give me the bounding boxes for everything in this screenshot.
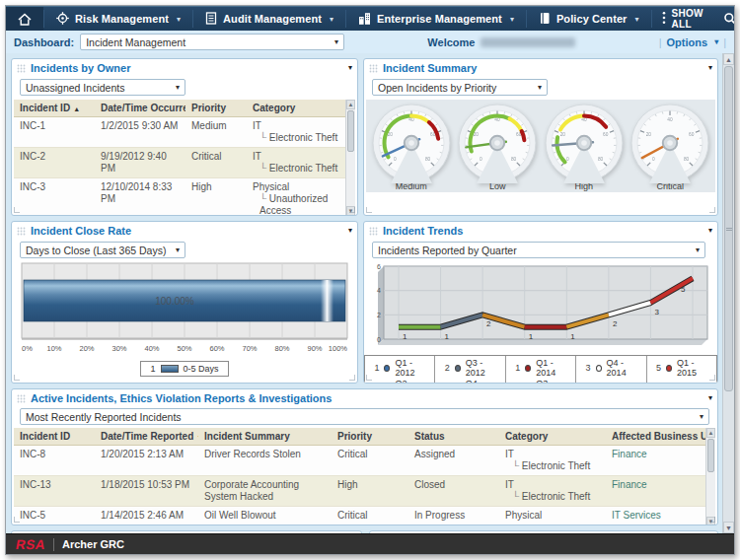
trends-chart: 024611211235 <box>364 262 717 353</box>
divider <box>53 538 54 551</box>
column-header[interactable]: Incident Summary <box>198 428 332 446</box>
legend-entry: 3Q4 - 2014 <box>584 358 637 378</box>
gauge-low: 020406080Low <box>455 103 540 191</box>
svg-text:0%: 0% <box>22 344 33 353</box>
column-header[interactable]: Date/Time Occurred <box>95 100 185 117</box>
svg-text:80: 80 <box>598 157 604 162</box>
rsa-logo: RSA <box>15 537 47 552</box>
active-incidents-filter[interactable]: Most Recently Reported Incidents▾ <box>20 408 709 425</box>
resize-handle[interactable] <box>709 207 715 213</box>
legend-dot <box>525 365 531 372</box>
scroll-up-icon[interactable]: ▲ <box>706 428 715 438</box>
nav-policy-center[interactable]: Policy Center▾ <box>527 7 651 31</box>
close-rate-filter[interactable]: Days to Close (Last 365 Days)▾ <box>20 242 185 258</box>
scroll-thumb[interactable] <box>347 110 354 152</box>
svg-text:2: 2 <box>486 319 491 328</box>
panel-investigations-by-owner: Investigations by Owner ▾ <box>11 530 362 533</box>
scroll-thumb[interactable] <box>707 439 714 472</box>
filter-value: Incidents Reported by Quarter <box>378 245 517 256</box>
building-icon <box>358 12 371 27</box>
resize-handle[interactable] <box>366 375 372 381</box>
show-all-button[interactable]: SHOW ALL <box>652 7 713 31</box>
collapse-icon[interactable]: ▾ <box>348 227 352 235</box>
table-scrollbar[interactable]: ▲▼ <box>345 100 355 216</box>
chevron-down-icon: ▾ <box>635 15 639 24</box>
target-icon <box>56 12 69 27</box>
drag-handle-icon[interactable] <box>17 59 26 77</box>
collapse-icon[interactable]: ▾ <box>708 64 712 72</box>
column-header[interactable]: Affected Business Unit <box>606 428 705 446</box>
collapse-icon[interactable]: ▾ <box>348 64 352 72</box>
filter-value: Most Recently Reported Incidents <box>26 411 182 423</box>
svg-text:40: 40 <box>408 117 414 122</box>
svg-text:1: 1 <box>570 332 575 341</box>
trends-filter[interactable]: Incidents Reported by Quarter▾ <box>372 242 705 258</box>
incident-summary-filter[interactable]: Open Incidents by Priority▾ <box>372 79 548 96</box>
options-menu[interactable]: | Options ▾ | <box>659 36 726 48</box>
column-header[interactable]: Status <box>408 428 499 446</box>
drag-handle-icon[interactable] <box>17 389 26 407</box>
resize-handle[interactable] <box>709 375 715 381</box>
panel-incident-trends: Incident Trends ▾ Incidents Reported by … <box>363 221 718 384</box>
column-header[interactable]: Priority <box>332 428 408 446</box>
panel-title: Incidents by Owner <box>31 62 130 74</box>
resize-handle[interactable] <box>14 375 20 381</box>
svg-text:0: 0 <box>566 157 569 162</box>
column-header[interactable]: Priority <box>185 100 247 117</box>
resize-handle[interactable] <box>14 207 20 213</box>
column-header[interactable]: Date/Time Reported▼ <box>95 428 198 446</box>
drag-handle-icon[interactable] <box>375 531 384 533</box>
svg-text:2: 2 <box>613 319 618 328</box>
svg-text:60: 60 <box>603 132 609 137</box>
nav-risk-management[interactable]: Risk Management▾ <box>44 7 192 31</box>
table-row[interactable]: INC-51/14/2015 2:46 AMOil Well BlowoutCr… <box>14 507 705 525</box>
svg-text:40: 40 <box>581 117 587 122</box>
resize-handle[interactable] <box>349 375 355 381</box>
home-button[interactable] <box>6 7 43 31</box>
nav-enterprise-management[interactable]: Enterprise Management▾ <box>346 7 526 31</box>
welcome-text: Welcome <box>427 36 475 48</box>
table-row[interactable]: INC-81/20/2015 2:13 AMDriver Records Sto… <box>14 446 705 476</box>
page-scrollbar[interactable]: ▲ ▼ <box>722 53 734 533</box>
search-icon[interactable] <box>713 7 735 31</box>
dashboard-select[interactable]: Incident Management ▾ <box>80 34 344 50</box>
drag-handle-icon[interactable] <box>17 531 26 533</box>
filter-value: Days to Close (Last 365 Days) <box>26 245 166 256</box>
column-header[interactable]: Incident ID <box>14 428 95 446</box>
scroll-up-icon[interactable]: ▲ <box>723 53 734 65</box>
chart-legend: 1Q1 - 20121Q2 - 20122Q3 - 20121Q4 - 2012… <box>364 355 717 384</box>
dashboard-bar: Dashboard: Incident Management ▾ Welcome… <box>6 31 734 53</box>
column-header[interactable]: Category <box>499 428 606 446</box>
drag-handle-icon[interactable] <box>369 222 378 240</box>
drag-handle-icon[interactable] <box>17 222 26 240</box>
drag-handle-icon[interactable] <box>369 59 378 77</box>
dashboard-label: Dashboard: <box>14 36 74 48</box>
column-header[interactable]: Category <box>247 100 345 117</box>
scroll-up-icon[interactable]: ▲ <box>346 100 355 109</box>
table-row[interactable]: INC-131/18/2015 10:53 PMCorporate Accoun… <box>14 476 705 507</box>
svg-text:0: 0 <box>652 157 655 162</box>
collapse-icon[interactable]: ▾ <box>708 227 712 235</box>
incidents-by-owner-filter[interactable]: Unassigned Incidents▾ <box>20 79 185 96</box>
svg-text:3: 3 <box>654 308 659 316</box>
resize-handle[interactable] <box>349 207 355 213</box>
collapse-icon[interactable]: ▾ <box>708 394 712 402</box>
scroll-grip-icon <box>726 228 732 231</box>
scroll-thumb[interactable] <box>724 66 733 391</box>
show-all-icon <box>662 11 666 27</box>
close-rate-legend: 10-5 Days <box>12 361 357 377</box>
resize-handle[interactable] <box>709 517 715 523</box>
svg-text:0: 0 <box>394 157 397 162</box>
table-row[interactable]: INC-29/19/2012 9:40 PMCriticalIT└ Electr… <box>14 148 345 178</box>
svg-text:80%: 80% <box>274 344 289 353</box>
svg-text:40: 40 <box>668 117 674 122</box>
column-header[interactable]: Incident ID▲ <box>14 100 95 117</box>
nav-audit-management[interactable]: Audit Management▾ <box>193 7 345 31</box>
table-scrollbar[interactable]: ▲▼ <box>705 428 715 525</box>
table-row[interactable]: INC-312/10/2014 8:33 PMHighPhysical└ Una… <box>14 178 345 217</box>
resize-handle[interactable] <box>14 517 20 523</box>
resize-handle[interactable] <box>366 207 372 213</box>
scroll-down-icon[interactable]: ▼ <box>723 522 734 533</box>
svg-text:70%: 70% <box>242 344 257 353</box>
table-row[interactable]: INC-11/2/2015 9:30 AMMediumIT└ Electroni… <box>14 117 345 148</box>
